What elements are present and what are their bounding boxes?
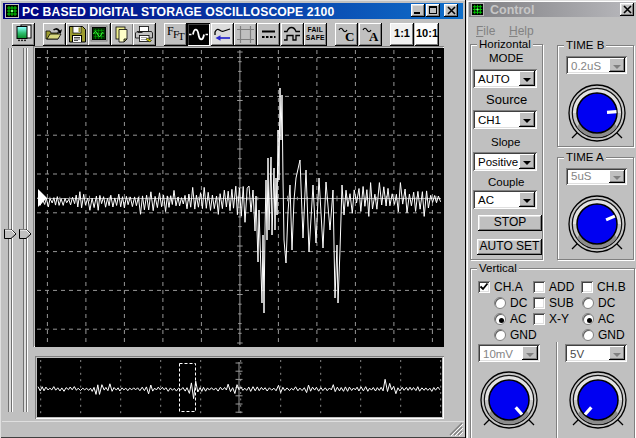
svg-text:A: A	[369, 29, 379, 44]
svg-text:C: C	[345, 29, 354, 44]
